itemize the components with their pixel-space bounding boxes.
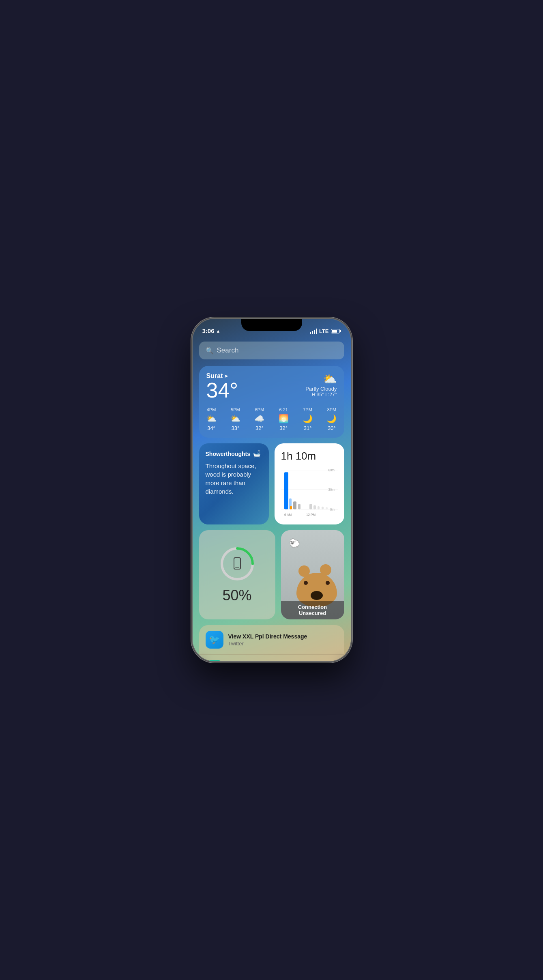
siri-suggestion-item-1[interactable]: 🤖 Open r/Android Apollo (199, 654, 344, 661)
forecast-temp-5: 30° (328, 425, 336, 431)
svg-rect-10 (290, 506, 292, 509)
siri-action-0: View XXL Ppl Direct Message (228, 633, 338, 640)
time-display: 3:06 (202, 327, 215, 334)
svg-rect-11 (309, 504, 312, 509)
forecast-icon-1: ⛅ (230, 414, 240, 423)
weather-temperature: 34° (206, 380, 238, 401)
svg-text:12 PM: 12 PM (306, 512, 315, 516)
svg-rect-8 (293, 501, 296, 509)
forecast-item-3: 6:21 🌅 32° (279, 407, 289, 431)
power-button[interactable] (351, 384, 352, 412)
sheep-emoji: 🐑 (289, 538, 300, 549)
weather-widget[interactable]: Surat ➤ 34° ⛅ Partly Cloudy H:35° L:27° (199, 366, 344, 438)
vpn-label: Connection Unsecured (281, 601, 344, 619)
svg-text:0m: 0m (330, 507, 334, 511)
siri-subtitle-0: Twitter (228, 640, 338, 647)
battery-percentage: 50% (222, 587, 251, 604)
bear-nose (311, 591, 323, 600)
forecast-icon-0: ⛅ (206, 414, 217, 423)
weather-condition: Partly Cloudy (305, 386, 337, 392)
battery-widget[interactable]: 50% (199, 530, 275, 619)
forecast-item-5: 8PM 🌙 30° (326, 407, 337, 431)
forecast-item-0: 4PM ⛅ 34° (206, 407, 217, 431)
bear-eye-left (304, 581, 308, 585)
forecast-icon-2: ☁️ (254, 414, 264, 423)
forecast-temp-2: 32° (255, 425, 264, 431)
forecast-item-4: 7PM 🌙 31° (303, 407, 313, 431)
location-icon: ▲ (216, 329, 221, 333)
weather-hilo: H:35° L:27° (305, 392, 337, 398)
forecast-time-2: 6PM (255, 407, 264, 412)
showerthoughts-emoji: 🛁 (253, 450, 261, 458)
signal-icon (310, 329, 317, 334)
forecast-time-4: 7PM (303, 407, 312, 412)
svg-rect-13 (318, 506, 320, 509)
search-placeholder: Search (217, 346, 239, 355)
svg-text:60m: 60m (328, 468, 335, 472)
svg-text:30m: 30m (328, 488, 335, 492)
notch (241, 319, 302, 331)
battery-circle (219, 546, 255, 582)
search-icon: 🔍 (206, 347, 214, 355)
screentime-chart: 60m 30m 0m (281, 466, 338, 518)
showerthoughts-widget[interactable]: Showerthoughts 🛁 Throughout space, wood … (199, 443, 269, 524)
weather-forecast: 4PM ⛅ 34° 5PM ⛅ 33° 6PM ☁️ 32° (206, 407, 337, 431)
forecast-item-2: 6PM ☁️ 32° (254, 407, 264, 431)
phone-frame: 3:06 ▲ LTE (193, 319, 351, 661)
vpn-widget[interactable]: 🐑 (281, 530, 344, 619)
svg-rect-6 (284, 472, 288, 509)
main-content: 🔍 Search Surat ➤ 34° (193, 337, 351, 661)
forecast-icon-5: 🌙 (326, 414, 337, 423)
twitter-app-icon: 🐦 (206, 631, 223, 649)
svg-rect-21 (235, 567, 239, 568)
forecast-time-5: 8PM (327, 407, 337, 412)
battery-status-icon (331, 329, 341, 333)
lte-label: LTE (319, 328, 329, 334)
forecast-icon-3: 🌅 (279, 414, 289, 423)
forecast-time-0: 4PM (207, 407, 216, 412)
forecast-time-3: 6:21 (279, 407, 288, 412)
forecast-icon-4: 🌙 (303, 414, 313, 423)
forecast-item-1: 5PM ⛅ 33° (230, 407, 240, 431)
search-bar[interactable]: 🔍 Search (199, 342, 344, 359)
forecast-temp-3: 32° (279, 425, 288, 431)
showerthoughts-title: Showerthoughts (206, 451, 250, 457)
apollo-app-icon: 🤖 (206, 660, 223, 661)
showerthoughts-text: Throughout space, wood is probably more … (206, 462, 262, 496)
screentime-total: 1h 10m (281, 450, 338, 462)
svg-rect-20 (234, 558, 240, 569)
weather-cloud-icon: ⛅ (305, 372, 337, 386)
location-arrow-icon: ➤ (224, 374, 228, 379)
siri-suggestions-widget: 🐦 View XXL Ppl Direct Message Twitter 🤖 … (199, 625, 344, 661)
screentime-widget[interactable]: 1h 10m 60m 30m 0m (275, 443, 344, 524)
forecast-time-1: 5PM (231, 407, 240, 412)
svg-rect-15 (326, 507, 328, 509)
forecast-temp-1: 33° (232, 425, 240, 431)
forecast-temp-0: 34° (207, 425, 215, 431)
svg-rect-14 (322, 507, 324, 509)
siri-suggestion-item-0[interactable]: 🐦 View XXL Ppl Direct Message Twitter (199, 625, 344, 654)
forecast-temp-4: 31° (304, 425, 312, 431)
svg-rect-9 (298, 504, 300, 509)
svg-text:6 AM: 6 AM (284, 512, 292, 516)
bear-eye-right (326, 581, 330, 585)
svg-rect-12 (313, 505, 316, 509)
